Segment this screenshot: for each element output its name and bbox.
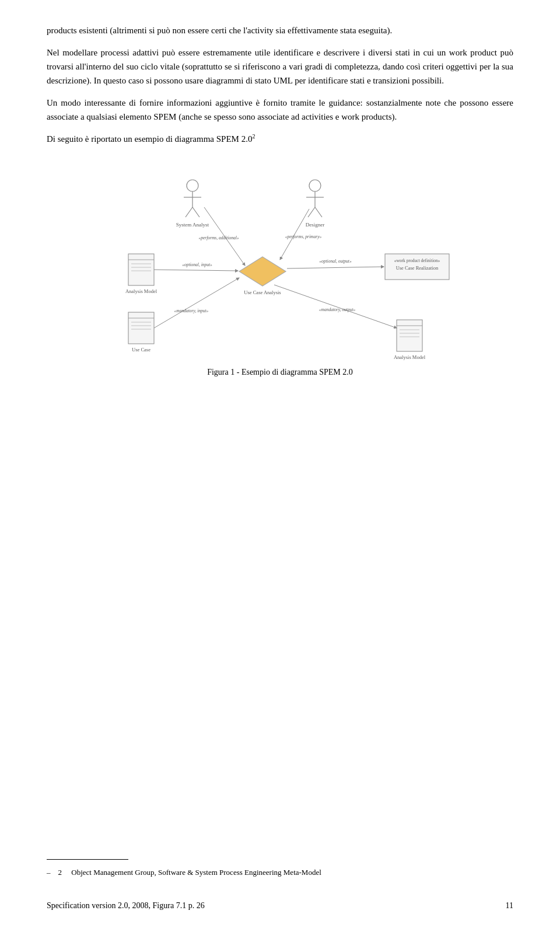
paragraph-1: products esistenti (altrimenti si può no… — [47, 23, 513, 37]
svg-rect-18 — [128, 312, 154, 344]
svg-line-41 — [154, 278, 239, 328]
arrow-designer-diamond: «performs, primary» — [280, 209, 321, 260]
footer: Specification version 2.0, 2008, Figura … — [47, 901, 513, 910]
svg-text:System Analyst: System Analyst — [176, 222, 209, 228]
arrow-diamond-uc-realization: «optional, output» — [287, 259, 384, 268]
arrow-diamond-analysis-right: «mandatory, output» — [274, 285, 397, 328]
arrow-analysis-model-left-diamond: «optional, input» — [154, 262, 238, 271]
svg-text:Use Case Analysis: Use Case Analysis — [244, 289, 281, 295]
svg-line-43 — [287, 267, 384, 268]
use-case-doc: Use Case — [128, 312, 154, 353]
spacer — [47, 395, 513, 500]
svg-line-10 — [315, 207, 322, 217]
svg-text:Use Case Realization: Use Case Realization — [396, 265, 439, 271]
page: products esistenti (altrimenti si può no… — [0, 0, 560, 928]
svg-rect-27 — [397, 320, 422, 351]
footer-text: Specification version 2.0, 2008, Figura … — [47, 901, 205, 910]
designer-icon: Designer — [306, 180, 325, 228]
svg-line-39 — [154, 270, 238, 271]
svg-text:Analysis Model: Analysis Model — [394, 354, 426, 360]
svg-line-9 — [308, 207, 315, 217]
paragraph-4: Di seguito è riportato un esempio di dia… — [47, 132, 513, 146]
footnote-area: – 2 Object Management Group, Software & … — [47, 859, 513, 882]
system-analyst-icon: System Analyst — [176, 180, 209, 228]
svg-text:«performs, primary»: «performs, primary» — [285, 234, 322, 239]
arrow-analyst-diamond: «performs, additional» — [198, 207, 245, 266]
diagram-container: System Analyst Designer Analysis Model — [47, 163, 513, 389]
analysis-model-left: Analysis Model — [125, 254, 158, 294]
page-number: 11 — [506, 901, 513, 910]
svg-text:«optional, output»: «optional, output» — [319, 259, 352, 264]
figure-caption: Figura 1 - Esempio di diagramma SPEM 2.0 — [207, 368, 353, 377]
footnote-line: – 2 Object Management Group, Software & … — [47, 867, 513, 878]
paragraph-3: Un modo interessante di fornire informaz… — [47, 96, 513, 124]
svg-line-4 — [192, 207, 200, 217]
svg-text:Analysis Model: Analysis Model — [125, 288, 158, 294]
svg-text:«optional, input»: «optional, input» — [182, 262, 212, 267]
footnote-divider — [47, 859, 128, 860]
svg-text:«mandatory, input»: «mandatory, input» — [174, 308, 209, 313]
spem-diagram: System Analyst Designer Analysis Model — [99, 163, 461, 362]
svg-text:«work product definition»: «work product definition» — [394, 258, 440, 263]
svg-point-0 — [187, 180, 198, 191]
use-case-analysis-diamond: Use Case Analysis — [239, 257, 286, 295]
svg-text:«performs, additional»: «performs, additional» — [198, 235, 239, 240]
arrow-use-case-diamond: «mandatory, input» — [154, 278, 239, 328]
svg-line-45 — [274, 285, 397, 328]
analysis-model-right: Analysis Model — [394, 320, 426, 360]
svg-line-3 — [186, 207, 192, 217]
paragraph-2: Nel modellare processi adattivi può esse… — [47, 46, 513, 88]
svg-rect-12 — [128, 254, 154, 285]
svg-marker-33 — [239, 257, 286, 286]
use-case-realization-box: «work product definition» Use Case Reali… — [385, 254, 449, 280]
svg-text:Designer: Designer — [306, 222, 325, 228]
svg-text:«mandatory, output»: «mandatory, output» — [319, 307, 356, 312]
superscript-2: 2 — [252, 133, 255, 139]
svg-point-6 — [309, 180, 321, 191]
svg-text:Use Case: Use Case — [132, 347, 150, 353]
